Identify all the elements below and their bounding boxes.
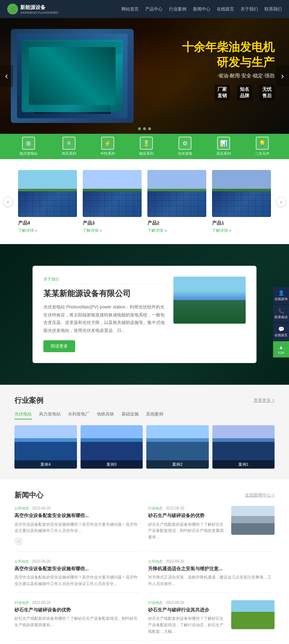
case-card-4[interactable]: 案例4 xyxy=(14,425,77,469)
hero-badge-title-3: 无忧售后 xyxy=(259,85,275,101)
news-title: 新闻中心 xyxy=(14,490,43,500)
green-nav-item-6[interactable]: 📊 高压系列 xyxy=(216,137,231,156)
product-img-2 xyxy=(147,170,206,217)
product-link-1[interactable]: 了解详情 » xyxy=(212,228,271,233)
product-link-2[interactable]: 了解详情 » xyxy=(147,228,206,233)
green-nav-item-2[interactable]: ≡ 简压系列 xyxy=(62,137,76,156)
case-tab-5[interactable]: 基础设施 xyxy=(121,411,139,419)
main-nav: 网站首页 产品中心 行业案例 新闻中心 在线留言 关于我们 联系我们 xyxy=(121,6,282,12)
green-nav-item-1[interactable]: ⊞ 箱式变电站 xyxy=(20,137,38,156)
green-nav-icon-1: ⊞ xyxy=(22,137,35,150)
news-content-5: 行业动态 2022-06-20 砂石生产与破碎设备的优势 砂石生产线配套的设备有… xyxy=(14,600,141,635)
green-nav-icon-7: 💡 xyxy=(256,137,269,150)
side-btn-top[interactable]: ▲ TOP xyxy=(273,341,289,357)
products-section: ‹ 产品4 了解详情 » 产品3 了解详情 » 产品2 了解详情 » xyxy=(0,159,289,244)
hero-badge-title-2: 知名品牌 xyxy=(237,85,252,101)
news-desc-5: 砂石生产线配套的设备有哪些？了解砂石生产设备配套情况，制约砂石生产线的质量因素有… xyxy=(14,615,141,628)
case-tab-3[interactable]: 水利发电厂 xyxy=(68,411,90,419)
case-tab-1[interactable]: 光伏电站 xyxy=(14,411,32,419)
about-image xyxy=(173,277,246,324)
solar-panel-overlay-3 xyxy=(83,191,142,217)
news-card-2: 行业动态 2022-06-20 砂石生产与破碎设备的优势 砂石生产线配套的设备有… xyxy=(148,506,275,551)
case-tab-2[interactable]: 风力发电站 xyxy=(39,411,61,419)
nav-about[interactable]: 关于我们 xyxy=(241,6,258,12)
about-content: 关于我们 某某新能源设备有限公司 光伏发电站 Photovoltaic(PV) … xyxy=(43,277,166,352)
news-tag-5: 行业动态 2022-06-20 xyxy=(14,600,141,605)
solar-panel-overlay-1 xyxy=(212,191,271,217)
hero-badge-3: 无忧售后 xyxy=(259,85,275,101)
hero-badge-title-1: 厂家直销 xyxy=(215,85,230,101)
green-nav-label-3: 中性系列 xyxy=(100,151,115,156)
news-image-2 xyxy=(231,506,275,535)
side-btn-message[interactable]: 💬 在线留言 xyxy=(273,323,289,340)
nav-contact[interactable]: 联系我们 xyxy=(264,6,282,12)
cases-more-link[interactable]: 查看更多 > xyxy=(254,397,275,404)
side-btn-consult[interactable]: 👤 在线咨询 xyxy=(273,287,289,304)
logo: 🌿 新能源设备 XINNNENGYUANSHEBEI xyxy=(7,4,59,14)
nav-home[interactable]: 网站首页 xyxy=(121,6,139,12)
news-grid: 公司动态 2022-06-20 高空作业设备配套安全设施有哪些... 高空作业设… xyxy=(14,506,275,641)
logo-icon: 🌿 xyxy=(7,4,18,14)
news-arrow-1[interactable]: → xyxy=(14,537,23,546)
solar-panel-overlay-4 xyxy=(18,191,77,217)
news-image-6 xyxy=(231,600,275,629)
news-tag-3: 公司动态 2022-06-20 xyxy=(14,559,141,564)
side-buttons: 👤 在线咨询 📞 联系电话 💬 在线留言 ▲ TOP xyxy=(273,287,289,357)
hero-next-button[interactable]: › xyxy=(276,65,289,87)
hero-prev-button[interactable]: ‹ xyxy=(0,65,13,87)
green-nav-item-3[interactable]: ⚡ 中性系列 xyxy=(100,137,115,156)
case-label-4: 案例4 xyxy=(14,460,77,469)
product-card-2: 产品2 了解详情 » xyxy=(147,170,206,233)
nav-cases[interactable]: 行业案例 xyxy=(169,6,186,12)
nav-messages[interactable]: 在线留言 xyxy=(217,6,234,12)
news-more-link[interactable]: 全国新闻中心 > xyxy=(245,492,275,498)
about-image-inner xyxy=(173,277,246,324)
products-next-button[interactable]: › xyxy=(276,197,286,207)
about-more-button[interactable]: 阅读更多 xyxy=(43,340,75,352)
case-tab-6[interactable]: 其他案例 xyxy=(146,411,163,419)
news-desc-4: 对升降式正适合安装，选购升降机通选，建议这几点安装注意事项，工作人员在操作... xyxy=(148,574,275,587)
case-card-1[interactable]: 案例1 xyxy=(212,425,275,469)
case-card-2[interactable]: 案例2 xyxy=(146,425,209,469)
product-card-3: 产品3 了解详情 » xyxy=(83,170,142,233)
cases-header: 行业案例 查看更多 > xyxy=(14,396,275,405)
product-card-4: 产品4 了解详情 » xyxy=(18,170,77,233)
hero-badge-1: 厂家直销 xyxy=(215,85,230,101)
news-card-3: 公司动态 2022-06-20 高空作业设备配套安全设施有哪些... 高空作业设… xyxy=(14,559,141,593)
news-header: 新闻中心 全国新闻中心 > xyxy=(14,490,275,500)
hero-dot-3[interactable] xyxy=(148,127,151,130)
green-nav-item-7[interactable]: 💡 二次元件 xyxy=(255,137,269,156)
nav-news[interactable]: 新闻中心 xyxy=(193,6,210,12)
hero-title-line1: 十余年柴油发电机 xyxy=(182,40,275,55)
news-tag-2: 行业动态 2022-06-20 xyxy=(148,506,227,511)
case-tab-4[interactable]: 地铁高铁 xyxy=(97,411,114,419)
hero-dots xyxy=(138,127,151,130)
cases-section: 行业案例 查看更多 > 光伏电站 风力发电站 水利发电厂 地铁高铁 基础设施 其… xyxy=(0,385,289,479)
side-btn-phone[interactable]: 📞 联系电话 xyxy=(273,305,289,322)
news-title-2: 砂石生产与破碎设备的优势 xyxy=(148,512,227,519)
news-content-1: 公司动态 2022-06-20 高空作业设备配套安全设施有哪些... 高空作业设… xyxy=(14,506,141,545)
logo-name: 新能源设备 xyxy=(20,4,46,10)
product-link-3[interactable]: 了解详情 » xyxy=(83,228,142,233)
case-card-3[interactable]: 案例3 xyxy=(81,425,143,469)
hero-machine-image xyxy=(11,29,134,123)
green-nav-item-5[interactable]: ⚙ 光伏逆电 xyxy=(178,137,192,156)
news-desc-1: 高空作业设备配套的安全设施有哪些？高空作业大量关键问题！高空作业主要以及机械操作… xyxy=(14,521,141,534)
products-prev-button[interactable]: ‹ xyxy=(3,197,13,207)
product-title-4: 产品4 xyxy=(18,220,77,226)
hero-dot-2[interactable] xyxy=(143,127,146,130)
nav-products[interactable]: 产品中心 xyxy=(145,6,163,12)
hero-dot-1[interactable] xyxy=(138,127,141,130)
green-nav-label-5: 光伏逆电 xyxy=(178,151,192,156)
logo-text-block: 新能源设备 XINNNENGYUANSHEBEI xyxy=(20,4,59,14)
green-nav-icon-4: 🔋 xyxy=(140,137,153,150)
green-nav-item-4[interactable]: 🔋 稳压系列 xyxy=(139,137,154,156)
hero-text-block: 十余年柴油发电机 研发与生产 ·省油·耐用·安全·稳定·强劲 厂家直销 知名品牌… xyxy=(182,40,275,101)
about-section: 关于我们 某某新能源设备有限公司 光伏发电站 Photovoltaic(PV) … xyxy=(0,244,289,385)
hero-subtitle: ·省油·耐用·安全·稳定·强劲 xyxy=(182,73,275,79)
green-nav-label-1: 箱式变电站 xyxy=(20,151,38,156)
logo-sub: XINNNENGYUANSHEBEI xyxy=(20,11,59,14)
green-nav-icon-2: ≡ xyxy=(62,137,76,150)
product-link-4[interactable]: 了解详情 » xyxy=(18,228,77,233)
news-title-5: 砂石生产与破碎设备的优势 xyxy=(14,607,141,613)
